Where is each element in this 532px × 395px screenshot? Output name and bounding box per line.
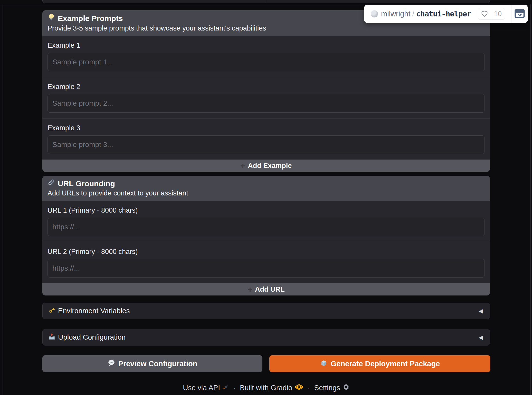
section-subtitle: Provide 3-5 sample prompts that showcase… xyxy=(48,24,485,32)
field-label: Example 3 xyxy=(48,124,485,132)
gear-icon xyxy=(343,384,349,392)
like-chip[interactable]: 10 xyxy=(478,8,505,20)
owner-avatar xyxy=(371,10,378,17)
heart-icon[interactable] xyxy=(478,8,491,19)
space-owner-link[interactable]: milwright xyxy=(381,10,410,18)
generate-deployment-package-button[interactable]: Generate Deployment Package xyxy=(269,355,490,372)
app-footer: Use via API · Built with Gradio xyxy=(42,382,490,393)
section-title: Example Prompts xyxy=(58,14,123,23)
owner-name-separator: / xyxy=(412,10,414,18)
example-1-input[interactable] xyxy=(48,53,485,71)
plus-icon: + xyxy=(248,285,252,293)
like-count: 10 xyxy=(491,8,505,19)
generate-deployment-package-label: Generate Deployment Package xyxy=(331,360,440,368)
section-subtitle: Add URLs to provide context to your assi… xyxy=(48,189,485,197)
collapse-header-button[interactable] xyxy=(511,5,528,23)
field-label: Example 1 xyxy=(48,41,485,50)
settings-label: Settings xyxy=(314,384,340,392)
add-url-label: Add URL xyxy=(255,285,284,293)
url-1-input[interactable] xyxy=(48,218,485,236)
built-with-gradio-label: Built with Gradio xyxy=(240,384,292,392)
app-frame-left-border xyxy=(3,4,3,395)
example-2-input[interactable] xyxy=(48,94,485,113)
previous-row-peek xyxy=(42,0,490,3)
add-url-button[interactable]: + Add URL xyxy=(42,283,490,295)
app-page: milwright / chatui-helper 10 xyxy=(0,0,532,395)
collapse-arrow-icon: ◀ xyxy=(479,334,483,341)
example-prompts-section: Example Prompts Provide 3-5 sample promp… xyxy=(42,10,490,172)
use-via-api-label: Use via API xyxy=(183,384,220,392)
previous-row-cell xyxy=(266,0,490,3)
preview-configuration-button[interactable]: Preview Configuration xyxy=(42,355,262,372)
use-via-api-link[interactable]: Use via API xyxy=(183,384,229,392)
field-label: URL 1 (Primary - 8000 chars) xyxy=(48,206,485,215)
upload-tray-icon xyxy=(48,333,55,342)
upload-configuration-accordion[interactable]: Upload Configuration ◀ xyxy=(42,329,490,345)
url-field-block: URL 1 (Primary - 8000 chars) xyxy=(42,201,490,242)
accordion-label: Upload Configuration xyxy=(58,333,126,341)
app-frame-top-border xyxy=(0,4,532,4)
link-icon xyxy=(48,179,55,189)
plus-icon: + xyxy=(241,162,245,170)
lightbulb-icon xyxy=(48,13,55,24)
url-grounding-header: URL Grounding Add URLs to provide contex… xyxy=(42,176,490,201)
speech-bubble-icon xyxy=(108,359,115,369)
environment-variables-accordion[interactable]: Environment Variables ◀ xyxy=(42,303,490,319)
example-field-block: Example 3 xyxy=(42,118,490,160)
section-title: URL Grounding xyxy=(58,179,115,189)
section-title-row: URL Grounding xyxy=(48,179,485,189)
space-name-link[interactable]: chatui-helper xyxy=(416,9,471,18)
example-3-input[interactable] xyxy=(48,135,485,154)
url-2-input[interactable] xyxy=(48,259,485,278)
add-example-label: Add Example xyxy=(248,162,292,170)
plug-icon xyxy=(223,384,229,392)
example-field-block: Example 2 xyxy=(42,77,490,118)
gradio-logo-icon xyxy=(295,384,303,392)
url-grounding-body: URL 1 (Primary - 8000 chars) URL 2 (Prim… xyxy=(42,201,490,283)
field-label: URL 2 (Primary - 8000 chars) xyxy=(48,247,485,256)
hf-space-badge: milwright / chatui-helper 10 xyxy=(364,5,528,23)
app-frame-right-border xyxy=(530,4,531,395)
accordion-label: Environment Variables xyxy=(58,307,130,315)
window-chevron-icon xyxy=(515,9,525,19)
collapse-arrow-icon: ◀ xyxy=(479,308,483,314)
built-with-gradio-link[interactable]: Built with Gradio xyxy=(240,384,303,392)
url-grounding-section: URL Grounding Add URLs to provide contex… xyxy=(42,176,490,295)
previous-row-cell xyxy=(43,0,266,3)
url-field-block: URL 2 (Primary - 8000 chars) xyxy=(42,242,490,283)
key-icon xyxy=(48,307,55,315)
example-field-block: Example 1 xyxy=(42,36,490,77)
add-example-button[interactable]: + Add Example xyxy=(42,160,490,172)
field-label: Example 2 xyxy=(48,82,485,91)
example-prompts-body: Example 1 Example 2 Example 3 xyxy=(42,36,490,160)
package-icon xyxy=(320,359,328,369)
footer-dot: · xyxy=(233,384,236,392)
footer-dot: · xyxy=(308,384,310,392)
preview-configuration-label: Preview Configuration xyxy=(118,360,197,368)
settings-link[interactable]: Settings xyxy=(314,384,349,392)
